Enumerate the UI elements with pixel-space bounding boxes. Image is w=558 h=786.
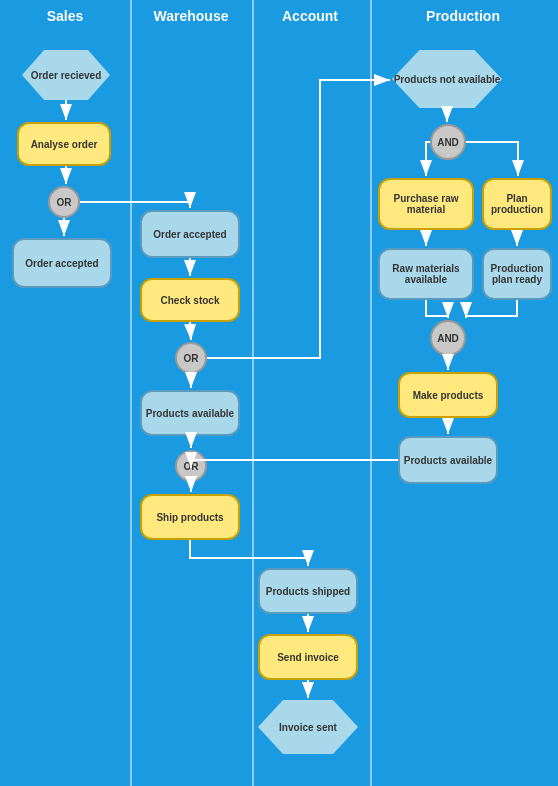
ship-products-node: Ship products: [140, 494, 240, 540]
divider-warehouse-account: [252, 0, 254, 786]
or1-node: OR: [48, 186, 80, 218]
svg-line-5: [190, 322, 191, 340]
check-stock-node: Check stock: [140, 278, 240, 322]
send-invoice-node: Send invoice: [258, 634, 358, 680]
purchase-raw-node: Purchase raw material: [378, 178, 474, 230]
or3-node: OR: [175, 450, 207, 482]
divider-sales-warehouse: [130, 0, 132, 786]
make-products-node: Make products: [398, 372, 498, 418]
raw-materials-node: Raw materials available: [378, 248, 474, 300]
col-header-sales: Sales: [5, 8, 125, 24]
col-header-warehouse: Warehouse: [135, 8, 247, 24]
production-plan-ready-node: Production plan ready: [482, 248, 552, 300]
plan-production-node: Plan production: [482, 178, 552, 230]
or2-node: OR: [175, 342, 207, 374]
products-shipped-node: Products shipped: [258, 568, 358, 614]
col-header-production: Production: [373, 8, 553, 24]
divider-account-production: [370, 0, 372, 786]
order-accepted-wh-node: Order accepted: [140, 210, 240, 258]
and1-node: AND: [430, 124, 466, 160]
invoice-sent-node: Invoice sent: [258, 700, 358, 754]
products-not-available-node: Products not available: [392, 50, 502, 108]
order-received-node: Order recieved: [22, 50, 110, 100]
col-header-account: Account: [255, 8, 365, 24]
diagram: Sales Warehouse Account Production Order…: [0, 0, 558, 786]
and2-node: AND: [430, 320, 466, 356]
order-accepted-sales-node: Order accepted: [12, 238, 112, 288]
products-available-prod-node: Products available: [398, 436, 498, 484]
products-available-wh-node: Products available: [140, 390, 240, 436]
analyse-order-node: Analyse order: [17, 122, 111, 166]
